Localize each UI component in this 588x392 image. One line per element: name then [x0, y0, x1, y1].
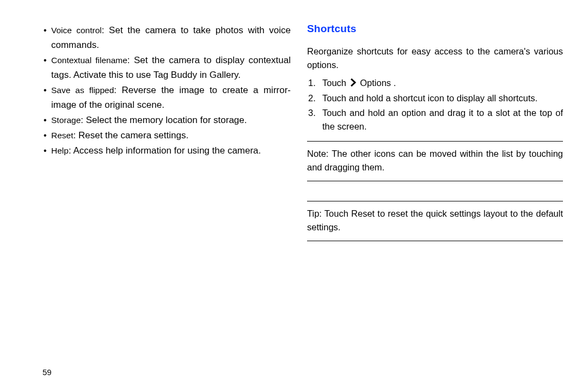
tip-label: Tip:: [307, 209, 322, 218]
setting-term: Storage: [51, 115, 81, 125]
setting-desc: : Select the memory location for storage…: [81, 115, 247, 125]
divider: [307, 141, 563, 142]
tip-text: Touch Reset to reset the quick settings …: [307, 209, 563, 232]
divider: [307, 241, 563, 241]
step-item: Touch Options .: [307, 76, 563, 90]
setting-term: Contextual filename: [51, 56, 127, 65]
list-item: Contextual filename: Set the camera to d…: [42, 53, 291, 82]
list-item: Help: Access help information for using …: [42, 143, 291, 158]
page-number: 59: [42, 367, 52, 377]
note-block: Note: The other icons can be moved withi…: [307, 147, 563, 174]
list-item: Voice control: Set the camera to take ph…: [42, 23, 291, 52]
divider: [307, 181, 563, 181]
list-item: Reset: Reset the camera settings.: [42, 128, 291, 143]
intro-paragraph: Reorganize shortcuts for easy access to …: [307, 45, 563, 72]
tip-block: Tip: Touch Reset to reset the quick sett…: [307, 207, 563, 234]
chevron-right-icon: [350, 77, 357, 90]
step-text-prefix: Touch: [322, 78, 346, 88]
note-text: The other icons can be moved within the …: [307, 149, 563, 172]
divider: [307, 201, 563, 201]
step-item: Touch and hold a shortcut icon to displa…: [307, 91, 563, 105]
section-heading-shortcuts: Shortcuts: [307, 23, 563, 35]
setting-term: Help: [51, 146, 69, 155]
setting-desc: : Access help information for using the …: [69, 145, 261, 156]
step-item: Touch and hold an option and drag it to …: [307, 106, 563, 133]
setting-term: Voice control: [51, 26, 102, 35]
setting-term: Reset: [51, 131, 74, 140]
settings-bullet-list: Voice control: Set the camera to take ph…: [42, 23, 291, 158]
step-text-suffix: Options .: [360, 78, 396, 88]
list-item: Storage: Select the memory location for …: [42, 113, 291, 127]
note-label: Note:: [307, 149, 328, 158]
step-text: Touch and hold a shortcut icon to displa…: [322, 93, 537, 103]
list-item: Save as flipped: Reverse the image to cr…: [42, 83, 291, 112]
steps-list: Touch Options . Touch and hold a shortcu…: [307, 76, 563, 133]
setting-term: Save as flipped: [51, 85, 114, 95]
right-column: Shortcuts Reorganize shortcuts for easy …: [303, 23, 563, 381]
left-column: Voice control: Set the camera to take ph…: [42, 23, 303, 381]
setting-desc: : Reset the camera settings.: [74, 130, 189, 140]
step-text: Touch and hold an option and drag it to …: [322, 108, 563, 131]
